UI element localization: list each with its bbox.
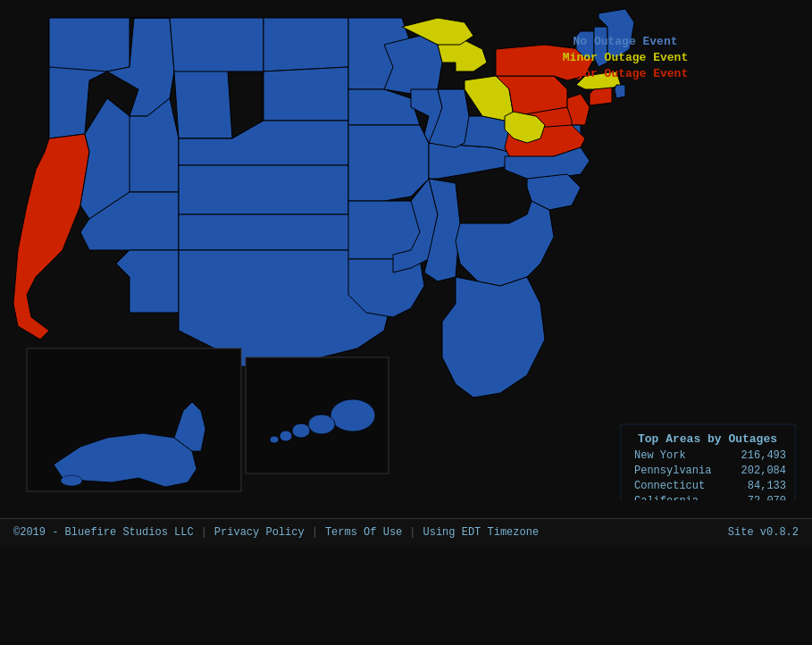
svg-point-11 [270, 436, 279, 443]
state-ok[interactable] [179, 214, 366, 250]
alaska-inset [27, 348, 241, 491]
state-pa-label: Pennsylvania [634, 465, 711, 477]
footer-copyright: ©2019 - Bluefire Studios LLC [13, 526, 194, 539]
state-ct-count: 84,133 [748, 480, 786, 492]
us-map: No Outage Event Minor Outage Event Major… [0, 0, 812, 518]
state-ct-label: Connecticut [634, 480, 705, 492]
state-ny-label: New York [634, 449, 686, 462]
legend: No Outage Event Minor Outage Event Major… [563, 35, 688, 80]
footer-sep-2: | [312, 526, 318, 539]
state-wy[interactable] [174, 71, 232, 138]
top-areas-panel: Top Areas by Outages New York 216,493 Pe… [621, 424, 795, 500]
state-ny-count: 216,493 [741, 449, 786, 462]
footer-version: Site v0.8.2 [728, 526, 799, 539]
hawaii-inset [246, 357, 389, 473]
state-pa-count: 202,084 [741, 465, 786, 477]
svg-point-10 [280, 431, 292, 441]
svg-point-8 [308, 415, 335, 434]
svg-point-7 [331, 399, 375, 431]
footer: ©2019 - Bluefire Studios LLC | Privacy P… [0, 518, 812, 545]
footer-terms-link[interactable]: Terms Of Use [325, 526, 402, 539]
us-map-svg: No Outage Event Minor Outage Event Major… [0, 0, 804, 500]
legend-major-outage: Major Outage Event [563, 67, 688, 80]
state-ca-count: 72,070 [748, 495, 786, 500]
state-nd[interactable] [264, 18, 348, 71]
app: No Outage Event Minor Outage Event Major… [0, 0, 812, 645]
footer-privacy-link[interactable]: Privacy Policy [214, 526, 305, 539]
top-areas-title: Top Areas by Outages [638, 432, 777, 446]
state-ks[interactable] [179, 165, 348, 214]
state-sd[interactable] [264, 67, 348, 121]
map-container: No Outage Event Minor Outage Event Major… [0, 0, 812, 645]
state-ct[interactable] [590, 88, 612, 105]
state-wi[interactable] [384, 36, 442, 94]
state-ri[interactable] [615, 85, 625, 98]
legend-minor-outage: Minor Outage Event [563, 51, 688, 64]
state-mo[interactable] [348, 125, 429, 201]
footer-sep-1: | [201, 526, 207, 539]
legend-no-outage: No Outage Event [573, 35, 677, 48]
footer-left: ©2019 - Bluefire Studios LLC | Privacy P… [13, 526, 728, 539]
footer-timezone: Using EDT Timezone [423, 526, 540, 539]
svg-point-9 [292, 423, 310, 438]
state-ca-label: California [634, 495, 699, 500]
footer-sep-3: | [409, 526, 415, 539]
svg-point-5 [61, 475, 82, 486]
